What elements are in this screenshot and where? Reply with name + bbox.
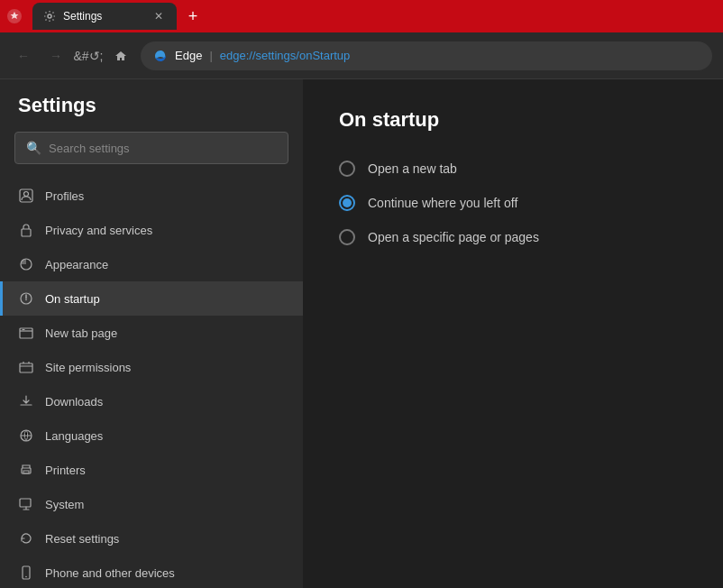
search-settings-box[interactable]: 🔍 Search settings: [14, 132, 288, 164]
option-continue[interactable]: Continue where you left off: [339, 195, 687, 211]
option-specific-page[interactable]: Open a specific page or pages: [339, 229, 687, 245]
new-tab-label: New tab page: [45, 326, 117, 340]
svg-rect-8: [20, 363, 32, 372]
home-button[interactable]: [108, 43, 133, 69]
printers-icon: [18, 462, 34, 478]
sidebar-item-new-tab[interactable]: New tab page: [0, 316, 303, 350]
sidebar: Settings 🔍 Search settings Profiles Priv…: [0, 79, 303, 588]
downloads-icon: [18, 393, 34, 409]
site-permissions-label: Site permissions: [45, 361, 131, 374]
startup-options: Open a new tab Continue where you left o…: [339, 161, 687, 245]
radio-new-tab[interactable]: [339, 161, 355, 177]
search-icon: 🔍: [26, 141, 41, 155]
url-bold: settings: [256, 49, 297, 62]
edge-brand-label: Edge: [175, 49, 202, 62]
on-startup-label: On startup: [45, 292, 100, 306]
on-startup-icon: [18, 290, 34, 307]
new-tab-icon: [18, 325, 34, 341]
printers-label: Printers: [45, 464, 86, 477]
back-button[interactable]: ←: [11, 43, 36, 69]
svg-point-0: [48, 14, 51, 18]
tab-title: Settings: [63, 10, 144, 23]
languages-label: Languages: [45, 429, 103, 443]
sidebar-item-system[interactable]: System: [0, 487, 303, 521]
url-bar[interactable]: Edge | edge://settings/onStartup: [141, 41, 712, 70]
title-bar: Settings ✕ +: [0, 0, 723, 32]
languages-icon: [18, 427, 34, 444]
url-separator: |: [209, 49, 212, 62]
system-label: System: [45, 498, 84, 511]
address-bar: ← → &#↺; Edge | edge://settings/onStartu…: [0, 32, 723, 79]
radio-specific[interactable]: [339, 229, 355, 245]
svg-point-2: [24, 192, 29, 197]
option-continue-label: Continue where you left off: [368, 196, 517, 210]
downloads-label: Downloads: [45, 395, 103, 409]
sidebar-item-appearance[interactable]: Appearance: [0, 247, 303, 281]
tab-close-button[interactable]: ✕: [151, 9, 166, 23]
url-display: edge://settings/onStartup: [220, 49, 351, 62]
privacy-icon: [18, 222, 34, 238]
reset-icon: [18, 530, 34, 547]
sidebar-item-privacy[interactable]: Privacy and services: [0, 213, 303, 247]
svg-rect-11: [23, 471, 29, 473]
forward-button[interactable]: →: [43, 43, 69, 69]
favorites-icon[interactable]: [7, 9, 22, 23]
svg-rect-3: [22, 229, 31, 236]
svg-point-14: [25, 576, 27, 578]
appearance-icon: [18, 256, 34, 272]
new-tab-button[interactable]: +: [180, 4, 206, 29]
option-specific-label: Open a specific page or pages: [368, 230, 539, 244]
svg-rect-7: [20, 328, 32, 338]
radio-continue[interactable]: [339, 195, 355, 211]
phone-icon: [18, 565, 34, 581]
sidebar-item-site-permissions[interactable]: Site permissions: [0, 350, 303, 384]
phone-label: Phone and other devices: [45, 566, 175, 580]
url-suffix: /onStartup: [296, 49, 350, 62]
option-new-tab[interactable]: Open a new tab: [339, 161, 687, 177]
appearance-label: Appearance: [45, 258, 108, 271]
radio-inner-dot: [343, 198, 352, 207]
refresh-button[interactable]: &#↺;: [76, 43, 101, 69]
settings-tab-icon: [43, 10, 56, 23]
svg-rect-12: [20, 499, 31, 507]
privacy-label: Privacy and services: [45, 224, 152, 237]
profiles-icon: [18, 188, 34, 204]
content-area: On startup Open a new tab Continue where…: [303, 79, 723, 588]
main-layout: Settings 🔍 Search settings Profiles Priv…: [0, 79, 723, 588]
sidebar-item-on-startup[interactable]: On startup: [0, 281, 303, 316]
content-title: On startup: [339, 108, 687, 132]
sidebar-item-reset[interactable]: Reset settings: [0, 521, 303, 556]
sidebar-title: Settings: [0, 94, 303, 132]
sidebar-item-phone[interactable]: Phone and other devices: [0, 556, 303, 588]
option-new-tab-label: Open a new tab: [368, 161, 457, 176]
sidebar-item-printers[interactable]: Printers: [0, 453, 303, 487]
reset-label: Reset settings: [45, 532, 119, 546]
profiles-label: Profiles: [45, 189, 84, 203]
svg-point-6: [25, 299, 27, 301]
search-settings-input[interactable]: Search settings: [49, 142, 130, 155]
system-icon: [18, 496, 34, 512]
edge-logo-icon: [153, 49, 168, 63]
sidebar-item-downloads[interactable]: Downloads: [0, 384, 303, 418]
site-permissions-icon: [18, 359, 34, 375]
sidebar-item-languages[interactable]: Languages: [0, 418, 303, 453]
url-prefix: edge://: [220, 49, 256, 62]
sidebar-item-profiles[interactable]: Profiles: [0, 179, 303, 213]
settings-tab[interactable]: Settings ✕: [32, 3, 177, 30]
